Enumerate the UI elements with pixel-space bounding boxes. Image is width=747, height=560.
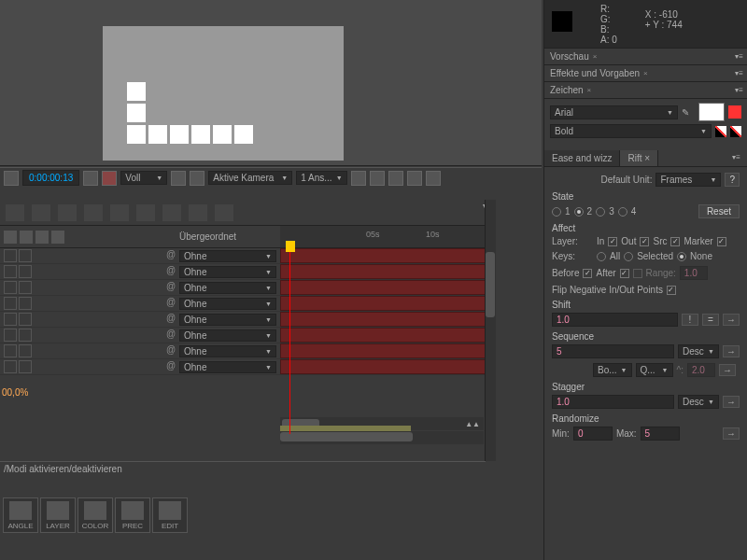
visibility-toggle[interactable] — [4, 281, 17, 294]
sequence-input[interactable]: 5 — [552, 344, 674, 358]
color-button[interactable]: COLOR — [78, 497, 113, 533]
zoom-value[interactable]: 00,0% — [0, 387, 28, 398]
eyedropper-icon[interactable]: ✎ — [682, 107, 695, 118]
state-2-radio[interactable] — [574, 207, 584, 217]
close-icon[interactable]: × — [587, 86, 592, 94]
pixel-aspect-icon[interactable] — [351, 171, 366, 186]
layer-bar[interactable] — [280, 264, 495, 279]
parent-pickwhip-icon[interactable]: @ — [164, 281, 177, 294]
tab-ease-and-wizz[interactable]: Ease and wizz — [544, 150, 620, 166]
keys-all-radio[interactable] — [597, 252, 606, 261]
angle-button[interactable]: ANGLE — [3, 497, 38, 533]
layer-bar[interactable] — [280, 343, 495, 358]
av-icon[interactable] — [20, 231, 33, 244]
effects-panel-tab[interactable]: Effekte und Vorgaben ×▾≡ — [544, 65, 747, 82]
lock-toggle[interactable] — [19, 313, 32, 326]
layer-row[interactable]: @Ohne — [0, 248, 495, 264]
preview-panel-tab[interactable]: Vorschau ×▾≡ — [544, 49, 747, 65]
layer-row[interactable]: @Ohne — [0, 343, 495, 359]
layer-row[interactable]: @Ohne — [0, 312, 495, 328]
state-3-radio[interactable] — [596, 207, 605, 217]
time-ruler[interactable]: 05s 10s — [280, 226, 495, 247]
resolution-dropdown[interactable]: Voll — [120, 171, 167, 185]
tool-icon[interactable] — [32, 204, 50, 221]
close-icon[interactable]: × — [644, 153, 650, 163]
stagger-input[interactable]: 1.0 — [552, 395, 674, 409]
timeline-vscrollbar[interactable] — [485, 200, 496, 461]
edit-button[interactable]: EDIT — [152, 497, 188, 533]
visibility-toggle[interactable] — [4, 344, 17, 357]
parent-pickwhip-icon[interactable]: @ — [164, 360, 177, 373]
fast-preview-icon[interactable] — [370, 171, 385, 186]
stagger-go-button[interactable]: → — [723, 396, 740, 408]
timecode-display[interactable]: 0:00:00:13 — [22, 170, 79, 186]
keys-none-radio[interactable] — [677, 252, 686, 261]
channel-icon[interactable] — [102, 171, 117, 186]
lock-toggle[interactable] — [19, 344, 32, 357]
parent-pickwhip-icon[interactable]: @ — [164, 265, 177, 278]
layer-button[interactable]: LAYER — [40, 497, 76, 533]
stroke-color-swatch[interactable] — [728, 105, 741, 119]
lock-toggle[interactable] — [19, 360, 32, 373]
work-area-bar[interactable] — [280, 426, 411, 431]
sequence-q-dropdown[interactable]: Q... — [636, 363, 673, 377]
stagger-order-dropdown[interactable]: Desc — [678, 395, 719, 409]
tool-icon[interactable] — [215, 204, 233, 221]
camera-dropdown[interactable]: Aktive Kamera — [208, 171, 292, 185]
current-time-indicator[interactable] — [286, 241, 295, 252]
sequence-go-button[interactable]: → — [723, 345, 740, 357]
sequence-go2-button[interactable]: → — [719, 364, 736, 376]
parent-dropdown[interactable]: Ohne — [179, 314, 276, 326]
snapshot-icon[interactable] — [83, 171, 98, 186]
roi-icon[interactable] — [171, 171, 186, 186]
parent-dropdown[interactable]: Ohne — [179, 298, 276, 310]
randomize-go-button[interactable]: → — [723, 427, 740, 440]
navigator-thumb[interactable] — [280, 432, 413, 441]
parent-dropdown[interactable]: Ohne — [179, 282, 276, 294]
character-panel-tab[interactable]: Zeichen ×▾≡ — [544, 82, 747, 99]
parent-dropdown[interactable]: Ohne — [179, 329, 276, 342]
layer-bar[interactable] — [280, 359, 495, 374]
state-4-radio[interactable] — [618, 207, 627, 217]
tab-rift[interactable]: Rift × — [620, 150, 658, 166]
lock-toggle[interactable] — [19, 281, 32, 294]
after-checkbox[interactable] — [620, 269, 629, 278]
tool-icon[interactable] — [84, 204, 103, 221]
no-color-icon[interactable] — [730, 126, 741, 137]
shift-go-button[interactable]: → — [723, 314, 740, 326]
lock-icon[interactable] — [51, 231, 64, 244]
visibility-toggle[interactable] — [4, 265, 17, 278]
shift-input[interactable]: 1.0 — [552, 313, 678, 327]
lock-toggle[interactable] — [19, 249, 32, 262]
parent-dropdown[interactable]: Ohne — [179, 266, 276, 278]
layer-row[interactable]: @Ohne — [0, 264, 495, 280]
prec-button[interactable]: PREC — [115, 497, 150, 533]
tool-icon[interactable] — [58, 204, 77, 221]
views-dropdown[interactable]: 1 Ans... — [296, 171, 346, 185]
visibility-toggle[interactable] — [4, 297, 17, 310]
keys-selected-radio[interactable] — [624, 252, 633, 261]
src-checkbox[interactable] — [670, 237, 680, 246]
tool-icon[interactable] — [6, 204, 24, 221]
close-icon[interactable]: × — [643, 69, 648, 77]
layer-bar[interactable] — [280, 328, 495, 343]
in-checkbox[interactable] — [608, 237, 617, 246]
randomize-min-input[interactable]: 0 — [573, 427, 613, 441]
swap-colors-icon[interactable] — [715, 126, 726, 137]
visibility-toggle[interactable] — [4, 329, 17, 342]
layer-bar[interactable] — [280, 248, 495, 263]
comp-flowchart-icon[interactable] — [407, 171, 422, 186]
tool-icon[interactable] — [162, 204, 181, 221]
tool-icon[interactable] — [110, 204, 129, 221]
marker-checkbox[interactable] — [717, 237, 726, 246]
visibility-toggle[interactable] — [4, 360, 17, 373]
parent-dropdown[interactable]: Ohne — [179, 250, 276, 262]
timeline-vscroll-thumb[interactable] — [486, 252, 495, 317]
shift-eq-button[interactable]: = — [702, 314, 719, 326]
reset-button[interactable]: Reset — [698, 204, 740, 218]
out-checkbox[interactable] — [640, 237, 649, 246]
visibility-toggle[interactable] — [4, 313, 17, 326]
randomize-max-input[interactable]: 5 — [641, 427, 680, 441]
parent-dropdown[interactable]: Ohne — [179, 345, 276, 357]
lock-toggle[interactable] — [19, 297, 32, 310]
